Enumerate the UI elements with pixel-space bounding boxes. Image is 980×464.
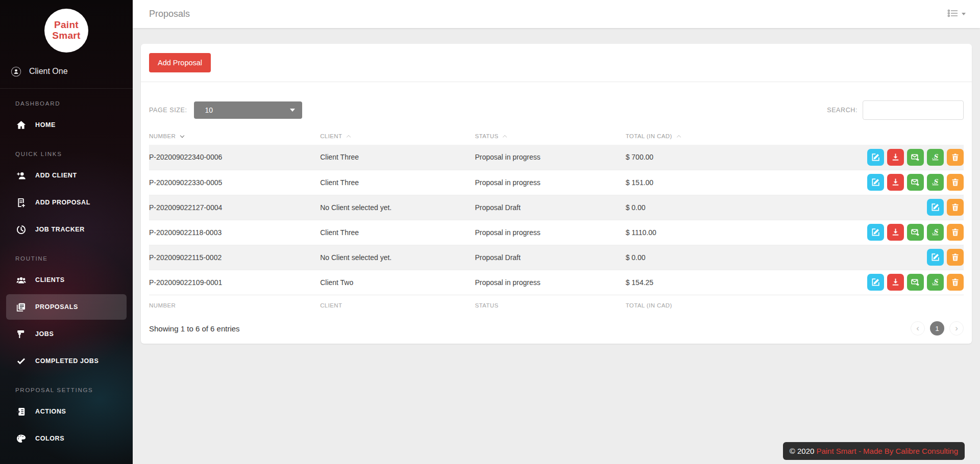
delete-button[interactable] <box>947 224 964 241</box>
delete-button[interactable] <box>947 149 964 166</box>
footer-column-status: STATUS <box>475 295 625 316</box>
edit-button[interactable] <box>867 149 884 166</box>
cell-actions: S <box>756 170 964 195</box>
cell-status: Proposal in progress <box>475 270 625 295</box>
delete-button[interactable] <box>947 274 964 291</box>
edit-button[interactable] <box>867 174 884 191</box>
svg-text:S: S <box>934 153 939 160</box>
sidebar-item-label: ADD CLIENT <box>35 172 77 179</box>
download-icon <box>891 153 900 162</box>
send-email-button[interactable] <box>907 174 924 191</box>
table-row: P-202009022127-0004 No Client selected y… <box>149 195 964 220</box>
sidebar-item-home[interactable]: HOME <box>0 112 133 138</box>
sidebar-item-jobs[interactable]: JOBS <box>0 321 133 347</box>
edit-button[interactable] <box>927 249 944 266</box>
trash-icon <box>951 278 960 287</box>
table-row: P-202009022340-0006 Client Three Proposa… <box>149 145 964 170</box>
sidebar-item-label: CLIENTS <box>35 276 65 283</box>
table-footer: Showing 1 to 6 of 6 entries ‹ 1 › <box>141 316 972 344</box>
next-page-button[interactable]: › <box>949 321 964 336</box>
send-email-button[interactable] <box>907 149 924 166</box>
sidebar-section-dashboard: DASHBOARD <box>0 89 133 111</box>
proposals-table: NUMBER CLIENT STATUS TOTAL (IN CAD) P-20… <box>149 130 964 316</box>
download-button[interactable] <box>887 174 904 191</box>
cell-actions <box>756 245 964 270</box>
sidebar-section-quick-links: QUICK LINKS <box>0 139 133 161</box>
download-button[interactable] <box>887 274 904 291</box>
column-header-client[interactable]: CLIENT <box>320 130 475 145</box>
sort-chevron-icon <box>503 135 507 139</box>
edit-button[interactable] <box>927 199 944 216</box>
actions-icon <box>15 406 27 417</box>
sidebar-item-actions[interactable]: ACTIONS <box>0 399 133 424</box>
trash-icon <box>951 178 960 187</box>
cell-number: P-202009022118-0003 <box>149 220 320 245</box>
cell-client: No Client selected yet. <box>320 195 475 220</box>
search-label: SEARCH: <box>827 107 857 114</box>
edit-button[interactable] <box>867 274 884 291</box>
cell-actions: S <box>756 220 964 245</box>
edit-icon <box>871 153 880 162</box>
sort-chevron-icon <box>347 135 351 139</box>
sidebar-item-job-tracker[interactable]: JOB TRACKER <box>0 217 133 242</box>
sidebar-item-add-proposal[interactable]: ADD PROPOSAL <box>0 190 133 215</box>
content: Add Proposal PAGE SIZE: 10 SEARCH: <box>133 28 980 464</box>
cell-total: $ 154.25 <box>626 270 756 295</box>
edit-button[interactable] <box>867 224 884 241</box>
sidebar-item-completed-jobs[interactable]: COMPLETED JOBS <box>0 348 133 374</box>
download-icon <box>891 178 900 187</box>
cell-total: $ 0.00 <box>626 195 756 220</box>
completed-jobs-check-icon <box>15 355 27 367</box>
send-email-icon <box>911 228 920 237</box>
column-header-status[interactable]: STATUS <box>475 130 625 145</box>
delete-button[interactable] <box>947 249 964 266</box>
home-icon <box>15 119 27 131</box>
send-email-button[interactable] <box>907 224 924 241</box>
cell-number: P-202009022127-0004 <box>149 195 320 220</box>
table-footer-row: NUMBER CLIENT STATUS TOTAL (IN CAD) <box>149 295 964 316</box>
sidebar-item-proposals[interactable]: PROPOSALS <box>6 294 127 320</box>
cell-total: $ 1110.00 <box>626 220 756 245</box>
sidebar-item-label: ADD PROPOSAL <box>35 199 90 206</box>
sidebar-item-colors[interactable]: COLORS <box>0 426 133 451</box>
footer-column-number: NUMBER <box>149 295 320 316</box>
edit-icon <box>871 278 880 287</box>
page-size-select[interactable]: 10 <box>194 101 302 119</box>
cell-number: P-202009022115-0002 <box>149 245 320 270</box>
signature-button[interactable]: S <box>927 274 944 291</box>
cell-number: P-202009022340-0006 <box>149 145 320 170</box>
cell-status: Proposal in progress <box>475 145 625 170</box>
cell-client: Client Three <box>320 220 475 245</box>
signature-button[interactable]: S <box>927 224 944 241</box>
sort-chevron-icon <box>676 135 680 139</box>
pagination: ‹ 1 › <box>911 321 964 336</box>
delete-button[interactable] <box>947 199 964 216</box>
main-area: Proposals Add Proposal PAGE SIZE: 10 <box>133 0 980 464</box>
send-email-button[interactable] <box>907 274 924 291</box>
clients-icon <box>15 274 27 286</box>
current-page-button[interactable]: 1 <box>930 321 944 336</box>
previous-page-button[interactable]: ‹ <box>911 321 925 336</box>
column-header-actions <box>756 130 964 145</box>
user-profile[interactable]: Client One <box>0 53 133 89</box>
credit-link[interactable]: Paint Smart - Made By Calibre Consulting <box>816 447 958 455</box>
search-input[interactable] <box>863 100 964 120</box>
signature-button[interactable]: S <box>927 174 944 191</box>
send-email-icon <box>911 153 920 162</box>
signature-button[interactable]: S <box>927 149 944 166</box>
chevron-down-icon <box>962 13 966 15</box>
sidebar-item-clients[interactable]: CLIENTS <box>0 267 133 293</box>
user-avatar-icon <box>10 66 21 77</box>
sidebar-item-add-client[interactable]: ADD CLIENT <box>0 163 133 188</box>
sidebar-item-label: JOBS <box>35 330 54 338</box>
add-proposal-icon <box>15 197 27 208</box>
user-name: Client One <box>29 67 68 76</box>
add-proposal-button[interactable]: Add Proposal <box>149 53 211 72</box>
download-button[interactable] <box>887 149 904 166</box>
column-header-total[interactable]: TOTAL (IN CAD) <box>626 130 756 145</box>
column-header-number[interactable]: NUMBER <box>149 130 320 145</box>
list-view-toggle-button[interactable] <box>947 9 966 19</box>
delete-button[interactable] <box>947 174 964 191</box>
page-title: Proposals <box>149 9 190 19</box>
download-button[interactable] <box>887 224 904 241</box>
